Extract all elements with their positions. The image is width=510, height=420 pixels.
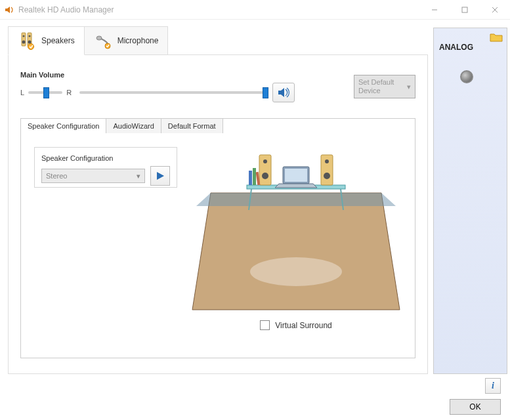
svg-point-11 bbox=[96, 36, 102, 40]
main-volume-label: Main Volume bbox=[20, 71, 295, 79]
svg-point-8 bbox=[29, 35, 31, 37]
folder-icon[interactable] bbox=[490, 32, 503, 45]
tab-microphone-label: Microphone bbox=[117, 36, 159, 45]
svg-point-26 bbox=[262, 173, 268, 179]
svg-rect-31 bbox=[253, 168, 256, 185]
svg-point-17 bbox=[250, 257, 342, 286]
svg-point-9 bbox=[28, 41, 32, 44]
svg-rect-1 bbox=[462, 7, 467, 12]
analog-panel: ANALOG bbox=[433, 28, 507, 374]
svg-rect-4 bbox=[22, 33, 26, 46]
tab-default-format[interactable]: Default Format bbox=[161, 118, 223, 133]
svg-rect-22 bbox=[285, 169, 307, 182]
balance-slider[interactable] bbox=[28, 91, 62, 94]
svg-rect-30 bbox=[249, 171, 252, 185]
main-volume-block: Main Volume L R bbox=[20, 71, 295, 102]
virtual-surround-checkbox[interactable] bbox=[260, 320, 270, 330]
play-icon bbox=[156, 171, 165, 180]
title-bar: Realtek HD Audio Manager bbox=[0, 0, 510, 20]
window-controls bbox=[419, 0, 510, 20]
speaker-test-play-button[interactable] bbox=[150, 166, 170, 186]
speaker-config-value: Stereo bbox=[46, 172, 67, 180]
config-tabs: Speaker Configuration AudioWizard Defaul… bbox=[20, 118, 414, 133]
volume-row: Main Volume L R bbox=[20, 71, 415, 102]
balance-r-label: R bbox=[66, 89, 72, 96]
device-tabs: Speakers Microphone bbox=[8, 26, 428, 55]
mute-button[interactable] bbox=[272, 83, 295, 102]
svg-marker-14 bbox=[157, 172, 164, 180]
svg-point-29 bbox=[324, 173, 330, 179]
balance-l-label: L bbox=[20, 89, 24, 96]
svg-marker-23 bbox=[275, 184, 317, 188]
speaker-config-select[interactable]: Stereo ▾ bbox=[41, 169, 145, 183]
svg-point-6 bbox=[22, 41, 26, 44]
tab-speaker-configuration[interactable]: Speaker Configuration bbox=[20, 118, 106, 133]
svg-point-10 bbox=[28, 44, 34, 50]
svg-point-25 bbox=[263, 159, 267, 163]
tab-speakers[interactable]: Speakers bbox=[8, 26, 85, 55]
tab-audiowizard[interactable]: AudioWizard bbox=[106, 118, 161, 133]
sound-icon bbox=[277, 87, 290, 98]
set-default-device-button[interactable]: Set Default Device ▾ bbox=[354, 75, 415, 98]
svg-point-28 bbox=[325, 159, 329, 163]
virtual-surround-row: Virtual Surround bbox=[260, 320, 332, 330]
svg-rect-24 bbox=[259, 155, 271, 185]
analog-jack[interactable] bbox=[460, 70, 473, 83]
speaker-room-illustration bbox=[191, 147, 401, 315]
virtual-surround-label: Virtual Surround bbox=[275, 321, 332, 330]
svg-marker-16 bbox=[196, 193, 396, 206]
volume-slider[interactable] bbox=[79, 91, 268, 94]
config-tabs-frame: Speaker Configuration AudioWizard Defaul… bbox=[20, 118, 415, 358]
app-icon bbox=[4, 5, 14, 15]
ok-button[interactable]: OK bbox=[450, 399, 501, 415]
speaker-config-group: Speaker Configuration Stereo ▾ bbox=[34, 147, 177, 188]
minimize-button[interactable] bbox=[419, 0, 450, 20]
main-card: Main Volume L R bbox=[8, 54, 428, 374]
microphone-icon bbox=[94, 32, 112, 50]
speakers-icon bbox=[18, 32, 36, 50]
svg-rect-27 bbox=[321, 155, 333, 185]
chevron-down-icon: ▾ bbox=[137, 172, 140, 180]
window-title: Realtek HD Audio Manager bbox=[18, 5, 419, 14]
analog-label: ANALOG bbox=[439, 43, 473, 52]
tab-speakers-label: Speakers bbox=[41, 36, 75, 45]
svg-point-5 bbox=[23, 35, 25, 37]
set-default-label: Set Default Device bbox=[358, 78, 404, 95]
close-button[interactable] bbox=[480, 0, 510, 20]
maximize-button[interactable] bbox=[450, 0, 480, 20]
speaker-config-label: Speaker Configuration bbox=[41, 154, 170, 162]
svg-marker-15 bbox=[192, 193, 400, 310]
info-button[interactable]: i bbox=[485, 378, 501, 394]
chevron-down-icon: ▾ bbox=[407, 83, 411, 91]
tab-microphone[interactable]: Microphone bbox=[84, 26, 169, 55]
